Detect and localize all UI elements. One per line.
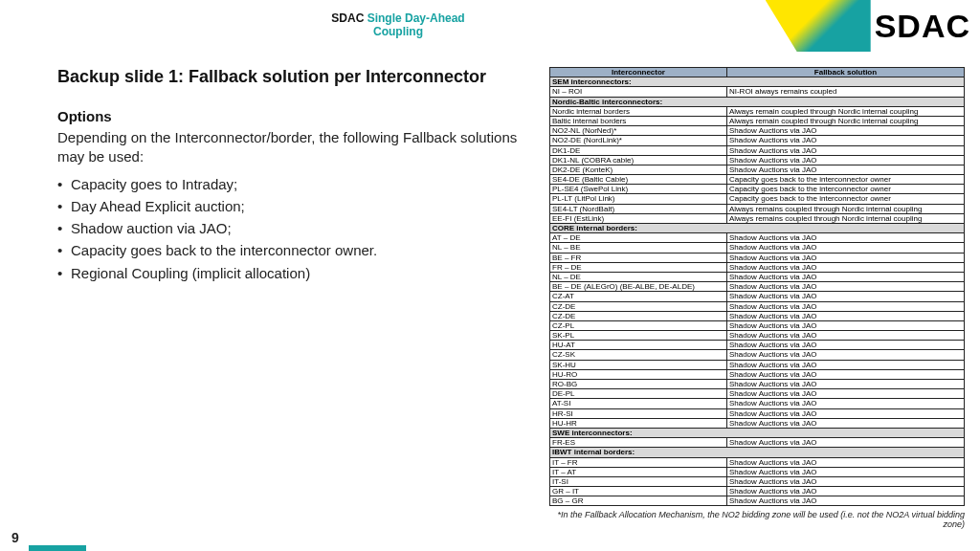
table-row: CZ-DEShadow Auctions via JAO [550,311,965,320]
table-cell: Shadow Auctions via JAO [726,399,964,408]
table-cell: Capacity goes back to the interconnector… [726,185,964,194]
table-row: SK-PLShadow Auctions via JAO [550,331,965,341]
table-cell: CZ-DE [550,301,727,311]
table-row: SK-HUShadow Auctions via JAO [550,360,965,369]
table-cell: Nordic internal borders [550,106,727,116]
table-row: NL – DEShadow Auctions via JAO [550,272,965,281]
table-row: DE-PLShadow Auctions via JAO [550,389,965,399]
group-label: SEM interconnectors: [550,77,965,87]
table-cell: EE-FI (EstLink) [550,213,727,223]
logo-area: SDAC [766,0,980,52]
table-cell: SE4-DE (Baltic Cable) [550,175,727,185]
table-row: IT-SIShadow Auctions via JAO [550,476,965,486]
table-row: CZ-PLShadow Auctions via JAO [550,320,965,330]
table-row: PL-SE4 (SwePol Link)Capacity goes back t… [550,185,965,194]
table-row: FR-ESShadow Auctions via JAO [550,438,965,448]
table-cell: IT – FR [550,457,727,467]
swoosh-icon [766,0,871,52]
table-cell: Capacity goes back to the interconnector… [726,175,964,185]
table-cell: Shadow Auctions via JAO [726,389,964,399]
left-column: Backup slide 1: Fallback solution per In… [57,67,526,528]
table-cell: IT – AT [550,467,727,476]
table-cell: Shadow Auctions via JAO [726,369,964,379]
table-cell: Shadow Auctions via JAO [726,438,964,448]
table-cell: Shadow Auctions via JAO [726,243,964,253]
table-cell: Always remains coupled through Nordic in… [726,213,964,223]
table-cell: Shadow Auctions via JAO [726,262,964,272]
table-cell: DK1-DE [550,145,727,155]
table-cell: Shadow Auctions via JAO [726,418,964,428]
brand-subtitle: Single Day-Ahead Coupling [368,11,465,38]
table-cell: BG – GR [550,496,727,506]
bullet-item: Day Ahead Explicit auction; [57,195,526,217]
group-label: Nordic-Baltic interconnectors: [550,97,965,106]
table-row: DK1-NL (COBRA cable)Shadow Auctions via … [550,155,965,165]
th-interconnector: Interconnector [550,68,727,77]
table-cell: Shadow Auctions via JAO [726,487,964,496]
bullet-item: Capacity goes back to the interconnector… [57,239,526,261]
brand-acronym: SDAC [331,11,364,25]
group-label: SWE interconnectors: [550,428,965,437]
table-row: DK1-DEShadow Auctions via JAO [550,145,965,155]
table-row: SE4-LT (NordBalt)Always remains coupled … [550,204,965,213]
table-cell: Shadow Auctions via JAO [726,136,964,145]
table-cell: SK-PL [550,331,727,341]
table-cell: FR – DE [550,262,727,272]
table-row: SE4-DE (Baltic Cable)Capacity goes back … [550,175,965,185]
table-row: IT – ATShadow Auctions via JAO [550,467,965,476]
options-list: Capacity goes to Intraday;Day Ahead Expl… [57,173,526,284]
bullet-item: Shadow auction via JAO; [57,217,526,239]
table-cell: Shadow Auctions via JAO [726,350,964,360]
table-row: CZ-ATShadow Auctions via JAO [550,292,965,301]
table-cell: Shadow Auctions via JAO [726,476,964,486]
table-row: Nordic internal bordersAlways remain cou… [550,106,965,116]
table-row: NO2-DE (NordLink)*Shadow Auctions via JA… [550,136,965,145]
table-cell: Shadow Auctions via JAO [726,292,964,301]
table-cell: Shadow Auctions via JAO [726,282,964,292]
table-cell: HU-RO [550,369,727,379]
table-row: RO-BGShadow Auctions via JAO [550,380,965,389]
table-cell: AT-SI [550,399,727,408]
table-cell: CZ-AT [550,292,727,301]
table-row: AT-SIShadow Auctions via JAO [550,399,965,408]
table-cell: Shadow Auctions via JAO [726,496,964,506]
logo-text: SDAC [875,8,980,45]
table-cell: Shadow Auctions via JAO [726,253,964,262]
fallback-table: Interconnector Fallback solution SEM int… [549,67,965,506]
table-row: FR – DEShadow Auctions via JAO [550,262,965,272]
table-cell: Shadow Auctions via JAO [726,320,964,330]
table-cell: Shadow Auctions via JAO [726,233,964,243]
table-row: GR – ITShadow Auctions via JAO [550,487,965,496]
brand-center: SDAC Single Day-Ahead Coupling [322,11,475,39]
table-cell: NI – ROI [550,87,727,97]
table-cell: Shadow Auctions via JAO [726,272,964,281]
table-cell: Shadow Auctions via JAO [726,467,964,476]
table-row: NL – BEShadow Auctions via JAO [550,243,965,253]
table-row: BG – GRShadow Auctions via JAO [550,496,965,506]
lead-text: Depending on the Interconnector/border, … [57,128,526,167]
table-row: BE – DE (ALEGrO) (BE-ALBE, DE-ALDE)Shado… [550,282,965,292]
table-cell: HR-SI [550,408,727,418]
table-row: HU-HRShadow Auctions via JAO [550,418,965,428]
table-row: HR-SIShadow Auctions via JAO [550,408,965,418]
table-cell: PL-SE4 (SwePol Link) [550,185,727,194]
table-cell: CZ-DE [550,311,727,320]
table-row: EE-FI (EstLink)Always remains coupled th… [550,213,965,223]
table-row: CZ-SKShadow Auctions via JAO [550,350,965,360]
table-cell: NL – BE [550,243,727,253]
table-row: HU-ATShadow Auctions via JAO [550,341,965,350]
content-area: Backup slide 1: Fallback solution per In… [57,67,965,528]
footnote: *In the Fallback Allocation Mechanism, t… [549,510,965,529]
slide-title: Backup slide 1: Fallback solution per In… [57,67,526,87]
table-cell: Shadow Auctions via JAO [726,165,964,174]
table-row: NO2-NL (NorNed)*Shadow Auctions via JAO [550,126,965,136]
table-cell: HU-AT [550,341,727,350]
table-row: IT – FRShadow Auctions via JAO [550,457,965,467]
table-cell: Shadow Auctions via JAO [726,301,964,311]
table-cell: NO2-DE (NordLink)* [550,136,727,145]
options-heading: Options [57,108,526,124]
table-cell: Shadow Auctions via JAO [726,126,964,136]
table-cell: Baltic internal borders [550,116,727,125]
table-cell: FR-ES [550,438,727,448]
table-cell: Shadow Auctions via JAO [726,457,964,467]
